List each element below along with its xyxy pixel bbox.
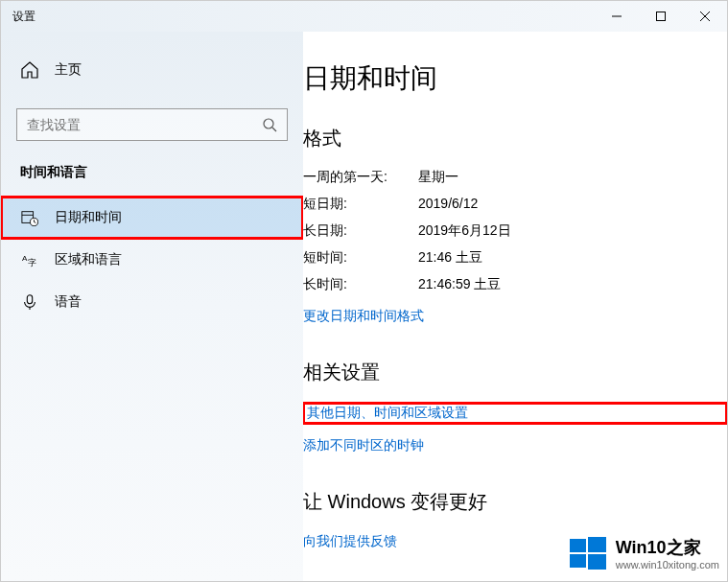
watermark-brand: Win10之家: [616, 536, 719, 559]
format-value: 2019年6月12日: [418, 222, 511, 240]
home-icon: [20, 60, 39, 80]
sidebar-item-label: 语音: [55, 293, 82, 311]
search-input[interactable]: [27, 117, 262, 132]
region-language-icon: A字: [20, 250, 39, 269]
format-row: 长日期: 2019年6月12日: [303, 222, 727, 240]
svg-point-4: [264, 119, 273, 128]
svg-text:字: 字: [28, 258, 36, 268]
format-label: 短时间:: [303, 249, 418, 267]
feedback-heading: 让 Windows 变得更好: [303, 489, 727, 515]
minimize-button[interactable]: [595, 1, 639, 32]
other-region-link[interactable]: 其他日期、时间和区域设置: [303, 403, 727, 424]
svg-rect-18: [588, 554, 606, 570]
sidebar: 主页 时间和语言 日期和时间 A字 区域和语言 语音: [1, 32, 303, 581]
format-label: 一周的第一天:: [303, 169, 418, 186]
format-label: 长时间:: [303, 276, 418, 293]
format-value: 21:46:59 土豆: [418, 276, 501, 293]
format-row: 长时间: 21:46:59 土豆: [303, 276, 727, 293]
svg-rect-17: [570, 554, 586, 568]
sidebar-item-label: 区域和语言: [55, 251, 122, 268]
window-title: 设置: [12, 9, 35, 25]
format-section: 格式 一周的第一天: 星期一 短日期: 2019/6/12 长日期: 2019年…: [303, 126, 727, 325]
format-heading: 格式: [303, 126, 727, 151]
format-row: 一周的第一天: 星期一: [303, 169, 727, 186]
calendar-clock-icon: [20, 208, 39, 227]
format-label: 短日期:: [303, 196, 418, 213]
maximize-button[interactable]: [639, 1, 683, 32]
format-value: 2019/6/12: [418, 196, 478, 213]
home-link[interactable]: 主页: [1, 51, 303, 89]
watermark-url: www.win10xitong.com: [616, 559, 719, 570]
sidebar-item-datetime[interactable]: 日期和时间: [1, 197, 303, 239]
svg-line-5: [272, 128, 276, 131]
search-box[interactable]: [16, 108, 288, 141]
svg-rect-1: [657, 12, 666, 21]
sidebar-item-speech[interactable]: 语音: [1, 281, 303, 323]
change-format-link[interactable]: 更改日期和时间格式: [303, 308, 424, 325]
format-value: 星期一: [418, 169, 458, 186]
svg-rect-16: [588, 537, 606, 552]
format-value: 21:46 土豆: [418, 249, 482, 267]
add-timezone-link[interactable]: 添加不同时区的时钟: [303, 437, 727, 454]
svg-rect-13: [27, 295, 32, 304]
sidebar-item-label: 日期和时间: [55, 209, 122, 226]
format-row: 短日期: 2019/6/12: [303, 196, 727, 213]
svg-text:A: A: [22, 254, 28, 263]
related-section: 相关设置 其他日期、时间和区域设置 添加不同时区的时钟: [303, 360, 727, 454]
format-table: 一周的第一天: 星期一 短日期: 2019/6/12 长日期: 2019年6月1…: [303, 169, 727, 293]
home-label: 主页: [55, 61, 82, 79]
page-title: 日期和时间: [303, 60, 727, 97]
window-controls: [595, 1, 727, 32]
main-content: 日期和时间 格式 一周的第一天: 星期一 短日期: 2019/6/12 长日期:…: [303, 32, 727, 581]
microphone-icon: [20, 292, 39, 312]
watermark: Win10之家 www.win10xitong.com: [568, 533, 719, 573]
windows-logo-icon: [568, 533, 608, 573]
svg-rect-15: [570, 539, 586, 552]
related-heading: 相关设置: [303, 360, 727, 385]
titlebar: 设置: [1, 1, 727, 32]
close-button[interactable]: [683, 1, 727, 32]
sidebar-item-region[interactable]: A字 区域和语言: [1, 239, 303, 281]
search-icon: [262, 117, 277, 132]
feedback-link[interactable]: 向我们提供反馈: [303, 533, 397, 550]
format-label: 长日期:: [303, 222, 418, 240]
category-header: 时间和语言: [1, 164, 303, 197]
format-row: 短时间: 21:46 土豆: [303, 249, 727, 267]
